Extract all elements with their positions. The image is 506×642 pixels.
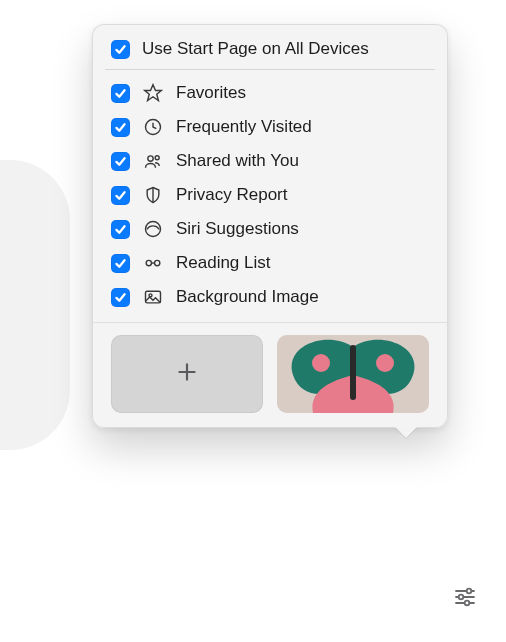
option-label: Shared with You xyxy=(176,151,299,171)
siri-icon xyxy=(142,218,164,240)
clock-icon xyxy=(142,116,164,138)
svg-point-19 xyxy=(459,595,464,600)
svg-point-3 xyxy=(155,156,159,160)
add-background-button[interactable] xyxy=(111,335,263,413)
option-label: Use Start Page on All Devices xyxy=(142,39,369,59)
option-label: Favorites xyxy=(176,83,246,103)
svg-marker-0 xyxy=(145,85,162,101)
option-label: Background Image xyxy=(176,287,319,307)
svg-point-17 xyxy=(467,589,472,594)
sliders-icon xyxy=(451,585,479,613)
photo-icon xyxy=(142,286,164,308)
option-siri-suggestions[interactable]: Siri Suggestions xyxy=(93,212,447,246)
divider xyxy=(105,69,435,70)
checkbox-icon xyxy=(111,220,130,239)
svg-rect-15 xyxy=(350,345,356,400)
glasses-icon xyxy=(142,252,164,274)
checkbox-icon xyxy=(111,40,130,59)
option-label: Privacy Report xyxy=(176,185,287,205)
svg-point-14 xyxy=(376,354,394,372)
svg-point-13 xyxy=(312,354,330,372)
option-use-start-page-all-devices[interactable]: Use Start Page on All Devices xyxy=(93,31,447,69)
people-icon xyxy=(142,150,164,172)
option-background-image[interactable]: Background Image xyxy=(93,280,447,314)
svg-point-7 xyxy=(155,260,160,265)
svg-point-2 xyxy=(148,156,153,161)
start-page-settings-popover: Use Start Page on All Devices Favorites … xyxy=(92,24,448,428)
checkbox-icon xyxy=(111,288,130,307)
checkbox-icon xyxy=(111,254,130,273)
start-page-settings-button[interactable] xyxy=(448,584,482,614)
shield-icon xyxy=(142,184,164,206)
background-thumbnail-butterfly[interactable] xyxy=(277,335,429,413)
svg-point-21 xyxy=(465,601,470,606)
background-thumbnails xyxy=(93,322,447,413)
option-frequently-visited[interactable]: Frequently Visited xyxy=(93,110,447,144)
option-label: Frequently Visited xyxy=(176,117,312,137)
option-favorites[interactable]: Favorites xyxy=(93,76,447,110)
checkbox-icon xyxy=(111,84,130,103)
background-shape xyxy=(0,160,70,450)
option-reading-list[interactable]: Reading List xyxy=(93,246,447,280)
butterfly-icon xyxy=(277,335,429,413)
checkbox-icon xyxy=(111,186,130,205)
svg-point-6 xyxy=(146,260,151,265)
option-label: Siri Suggestions xyxy=(176,219,299,239)
option-label: Reading List xyxy=(176,253,271,273)
checkbox-icon xyxy=(111,118,130,137)
star-icon xyxy=(142,82,164,104)
checkbox-icon xyxy=(111,152,130,171)
plus-icon xyxy=(174,359,200,389)
option-privacy-report[interactable]: Privacy Report xyxy=(93,178,447,212)
option-shared-with-you[interactable]: Shared with You xyxy=(93,144,447,178)
